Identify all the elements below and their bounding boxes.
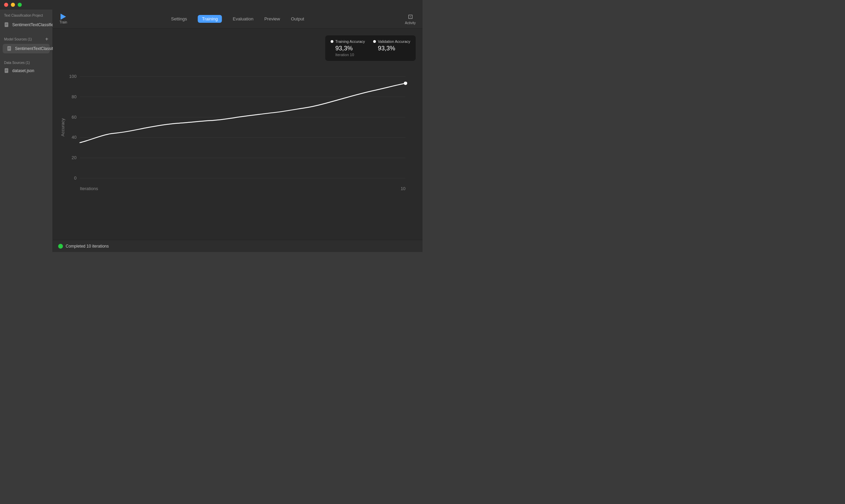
sidebar-data-item[interactable]: dataset.json [0, 66, 52, 75]
svg-text:Iterations: Iterations [80, 186, 98, 191]
project-title: Text Classification Project [0, 14, 52, 20]
add-model-button[interactable]: + [45, 36, 48, 42]
data-sources-header: Data Sources (1) [0, 60, 52, 66]
validation-accuracy-label: Validation Accuracy [378, 39, 410, 44]
training-accuracy-value: 93,3% [335, 45, 365, 52]
activity-button[interactable]: ⊡ Activity [405, 13, 416, 25]
tab-preview[interactable]: Preview [264, 15, 280, 23]
svg-text:60: 60 [71, 115, 76, 120]
train-button[interactable]: Train [60, 14, 67, 24]
svg-text:20: 20 [71, 155, 76, 160]
minimize-button[interactable] [11, 3, 15, 7]
legend-box: Training Accuracy 93,3% Iteration 10 Val… [325, 35, 416, 61]
training-dot [331, 40, 333, 43]
validation-dot [373, 40, 376, 43]
svg-text:10: 10 [401, 186, 405, 191]
toolbar: Train Settings Training Evaluation Previ… [53, 10, 422, 29]
sidebar-model-item[interactable]: SentimentTextClassifier [3, 44, 50, 53]
svg-text:80: 80 [71, 94, 76, 99]
statusbar: Completed 10 iterations [53, 240, 422, 252]
model-doc-icon [7, 46, 12, 51]
model-item-label: SentimentTextClassifier [15, 46, 57, 51]
model-sources-title: Model Sources (1) [4, 37, 32, 41]
titlebar [0, 0, 422, 10]
sidebar: Text Classification Project SentimentTex… [0, 10, 53, 252]
play-icon [61, 14, 66, 20]
main-content: Train Settings Training Evaluation Previ… [53, 10, 422, 252]
data-sources-title: Data Sources (1) [4, 61, 30, 65]
app-container: Text Classification Project SentimentTex… [0, 10, 422, 252]
train-label: Train [60, 20, 67, 24]
tab-settings[interactable]: Settings [171, 15, 187, 23]
activity-label: Activity [405, 21, 416, 25]
validation-accuracy-legend: Validation Accuracy 93,3% [373, 39, 410, 57]
training-accuracy-header: Training Accuracy [331, 39, 365, 44]
iteration-label: Iteration 10 [335, 53, 365, 57]
validation-accuracy-header: Validation Accuracy [373, 39, 410, 44]
data-doc-icon [4, 68, 10, 73]
tab-evaluation[interactable]: Evaluation [233, 15, 253, 23]
svg-text:100: 100 [69, 74, 77, 79]
document-icon [4, 22, 10, 28]
tab-output[interactable]: Output [291, 15, 304, 23]
training-accuracy-legend: Training Accuracy 93,3% Iteration 10 [331, 39, 365, 57]
chart-area: Training Accuracy 93,3% Iteration 10 Val… [53, 29, 422, 240]
svg-text:0: 0 [74, 175, 77, 181]
maximize-button[interactable] [18, 3, 22, 7]
accuracy-chart: 100 80 60 40 20 0 Accuracy Iterations 10 [60, 35, 416, 219]
data-item-label: dataset.json [12, 68, 34, 73]
model-sources-header: Model Sources (1) + [0, 35, 52, 43]
training-accuracy-label: Training Accuracy [335, 39, 365, 44]
status-dot [58, 244, 63, 249]
legend-row: Training Accuracy 93,3% Iteration 10 Val… [331, 39, 410, 57]
svg-text:Accuracy: Accuracy [60, 118, 65, 136]
sidebar-top-file[interactable]: SentimentTextClassifier [0, 20, 52, 30]
sidebar-top-file-label: SentimentTextClassifier [12, 22, 55, 27]
data-sources-section: Data Sources (1) dataset.json [0, 60, 52, 75]
validation-accuracy-value: 93,3% [378, 45, 410, 52]
tab-training[interactable]: Training [198, 15, 222, 23]
status-text: Completed 10 iterations [66, 244, 109, 249]
model-sources-section: Model Sources (1) + SentimentTextClassif… [0, 35, 52, 54]
chart-wrapper: 100 80 60 40 20 0 Accuracy Iterations 10 [60, 35, 416, 219]
nav-tabs: Settings Training Evaluation Preview Out… [171, 15, 304, 23]
close-button[interactable] [4, 3, 8, 7]
activity-icon: ⊡ [408, 13, 413, 20]
svg-text:40: 40 [71, 135, 76, 140]
svg-point-27 [404, 82, 407, 85]
